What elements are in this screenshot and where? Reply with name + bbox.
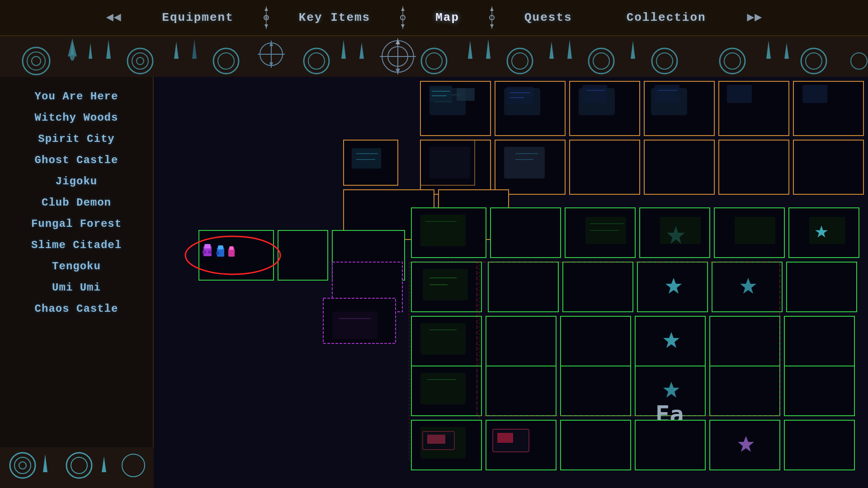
svg-marker-6: [401, 7, 405, 11]
sidebar-item-spirit-city[interactable]: Spirit City: [0, 128, 153, 150]
svg-rect-110: [218, 245, 223, 249]
nav-quests[interactable]: Quests: [497, 11, 599, 24]
svg-rect-185: [352, 148, 381, 169]
svg-rect-4: [265, 16, 268, 19]
svg-rect-162: [635, 420, 705, 470]
svg-rect-173: [457, 88, 475, 101]
divider-icon-1: [261, 6, 272, 29]
svg-marker-10: [490, 7, 494, 11]
divider-icon-2: [397, 6, 408, 29]
nav-equipment[interactable]: Equipment: [135, 11, 260, 24]
svg-rect-179: [582, 85, 607, 103]
bottom-border-decoration: [0, 447, 154, 488]
sidebar-item-slime-citadel[interactable]: Slime Citadel: [0, 235, 153, 256]
svg-rect-155: [420, 373, 466, 404]
svg-rect-146: [332, 312, 377, 339]
sidebar-item-tengoku[interactable]: Tengoku: [0, 256, 153, 277]
svg-rect-191: [660, 217, 701, 244]
svg-marker-1: [264, 7, 268, 11]
sidebar: You Are Here Witchy Woods Spirit City Gh…: [0, 77, 154, 470]
svg-rect-98: [420, 140, 475, 185]
svg-rect-90: [644, 140, 714, 194]
svg-rect-184: [802, 85, 827, 103]
svg-rect-140: [784, 316, 854, 366]
nav-key-items[interactable]: Key Items: [272, 11, 397, 24]
svg-rect-172: [429, 86, 452, 102]
svg-rect-152: [710, 366, 780, 416]
sidebar-item-jigoku[interactable]: Jigoku: [0, 171, 153, 192]
svg-rect-107: [203, 251, 206, 253]
next-arrow[interactable]: ►►: [733, 11, 776, 25]
svg-rect-115: [491, 208, 561, 258]
sidebar-item-witchy-woods[interactable]: Witchy Woods: [0, 107, 153, 128]
svg-rect-192: [735, 217, 775, 244]
sidebar-item-fungal-forest[interactable]: Fungal Forest: [0, 213, 153, 235]
svg-rect-91: [719, 140, 789, 194]
svg-rect-113: [229, 246, 234, 250]
svg-rect-63: [71, 55, 74, 61]
svg-rect-102: [278, 230, 328, 280]
svg-rect-183: [727, 85, 752, 103]
svg-rect-94: [504, 147, 545, 178]
svg-marker-2: [264, 24, 268, 28]
svg-rect-161: [561, 420, 631, 470]
svg-rect-176: [506, 87, 533, 104]
svg-rect-164: [784, 420, 854, 470]
svg-rect-168: [427, 435, 445, 444]
svg-marker-11: [490, 24, 494, 28]
svg-rect-106: [204, 244, 211, 249]
svg-rect-132: [787, 262, 857, 312]
prev-arrow[interactable]: ◄◄: [93, 11, 135, 25]
svg-rect-13: [0, 36, 868, 77]
svg-rect-129: [563, 262, 633, 312]
svg-rect-139: [710, 316, 780, 366]
map-area[interactable]: Ea: [154, 77, 868, 488]
svg-marker-7: [401, 24, 405, 28]
nav-collection[interactable]: Collection: [599, 11, 733, 24]
app: ◄◄ Equipment Key Items: [0, 0, 868, 488]
sidebar-item-you-are-here[interactable]: You Are Here: [0, 86, 153, 107]
svg-rect-142: [420, 323, 466, 355]
svg-rect-150: [561, 366, 631, 416]
svg-rect-137: [561, 316, 631, 366]
sidebar-item-club-demon[interactable]: Club Demon: [0, 192, 153, 213]
svg-rect-111: [216, 252, 219, 254]
svg-rect-181: [655, 85, 679, 103]
svg-rect-136: [486, 316, 556, 366]
svg-rect-89: [570, 140, 640, 194]
divider-icon-3: [486, 6, 497, 29]
sidebar-item-ghost-castle[interactable]: Ghost Castle: [0, 150, 153, 171]
svg-rect-153: [784, 366, 854, 416]
decorative-border: [0, 36, 868, 77]
svg-rect-170: [497, 433, 513, 443]
sidebar-item-chaos-castle[interactable]: Chaos Castle: [0, 298, 153, 319]
svg-rect-92: [793, 140, 863, 194]
svg-rect-120: [420, 215, 466, 246]
nav-bar: ◄◄ Equipment Key Items: [0, 0, 868, 36]
svg-rect-108: [208, 251, 212, 253]
svg-rect-128: [488, 262, 558, 312]
nav-map[interactable]: Map: [408, 11, 486, 24]
svg-rect-149: [486, 366, 556, 416]
sidebar-item-umi-umi[interactable]: Umi Umi: [0, 277, 153, 298]
